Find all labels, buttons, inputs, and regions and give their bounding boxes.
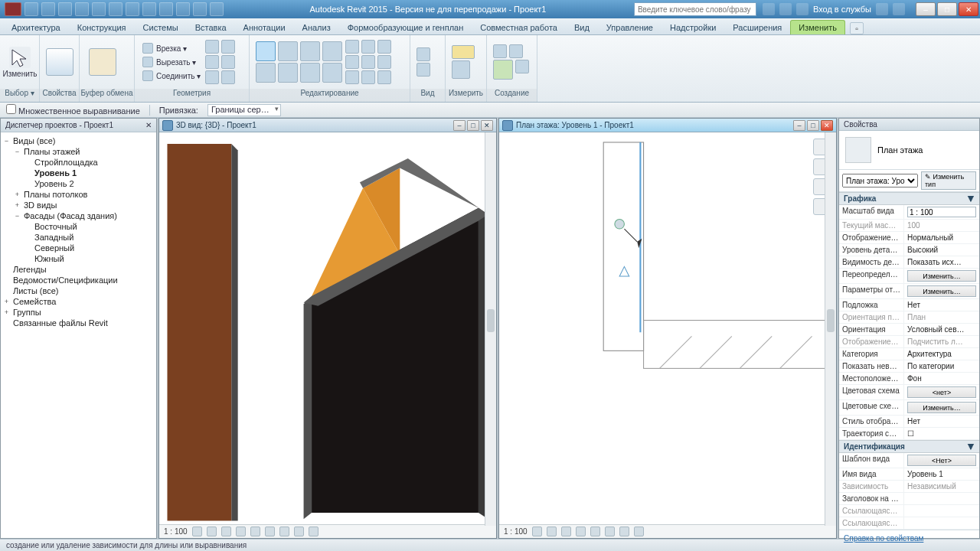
property-row[interactable]: Уровень детал…Высокий xyxy=(839,244,979,256)
tab-analyze[interactable]: Анализ xyxy=(294,20,339,34)
mirror-icon[interactable] xyxy=(300,41,320,61)
property-row[interactable]: Имя видаУровень 1 xyxy=(839,468,979,481)
pin-icon[interactable] xyxy=(345,55,359,69)
tree-item[interactable]: Северный xyxy=(2,243,155,253)
property-row[interactable]: Отображение …Нормальный xyxy=(839,232,979,244)
tab-modify[interactable]: Изменить xyxy=(790,20,845,34)
copy-icon[interactable] xyxy=(278,63,298,83)
create-icon-1[interactable] xyxy=(493,44,507,58)
qat-undo-icon[interactable] xyxy=(58,2,72,16)
qat-sync-icon[interactable] xyxy=(210,2,224,16)
tree-item[interactable]: Западный xyxy=(2,232,155,243)
tree-item[interactable]: −Фасады (Фасад здания) xyxy=(2,210,155,221)
property-row[interactable]: КатегорияАрхитектура xyxy=(839,348,979,360)
measure-icon-2[interactable] xyxy=(452,60,470,79)
help-icon[interactable] xyxy=(893,3,905,15)
cut-button[interactable]: Вырезать ▾ xyxy=(141,56,202,68)
exchange-icon[interactable] xyxy=(876,3,888,15)
geom-icon-1[interactable] xyxy=(205,40,219,54)
view-plan-vscroll[interactable] xyxy=(825,132,836,526)
align-icon[interactable] xyxy=(256,41,276,61)
qat-redo-icon[interactable] xyxy=(75,2,89,16)
tree-item[interactable]: Восточный xyxy=(2,221,155,232)
property-row[interactable]: Текущий масш…100 xyxy=(839,220,979,232)
tab-structure[interactable]: Конструкция xyxy=(69,20,135,34)
delete-icon[interactable] xyxy=(377,55,391,69)
qat-section-icon[interactable] xyxy=(176,2,190,16)
view-3d-canvas[interactable] xyxy=(159,132,496,524)
view-icon-2[interactable] xyxy=(416,63,430,77)
geom-icon-2[interactable] xyxy=(221,40,235,54)
type-selector[interactable]: План этажа: Уро xyxy=(842,174,918,187)
view-plan-canvas[interactable] xyxy=(499,132,836,524)
vs-icon[interactable] xyxy=(576,527,586,536)
vs-icon[interactable] xyxy=(605,527,615,536)
property-row[interactable]: Цветовая схема<нет> xyxy=(839,385,979,400)
offset-icon[interactable] xyxy=(278,41,298,61)
property-row[interactable]: Ссылающаяся… xyxy=(839,505,979,517)
qat-3d-icon[interactable] xyxy=(159,2,173,16)
property-row[interactable]: Траектория со…☐ xyxy=(839,428,979,440)
group-graphics[interactable]: Графика xyxy=(844,194,876,203)
qat-open-icon[interactable] xyxy=(24,2,38,16)
tab-systems[interactable]: Системы xyxy=(135,20,187,34)
ed-icon-1[interactable] xyxy=(345,70,359,84)
create-icon-3[interactable] xyxy=(493,60,513,80)
vs-icon[interactable] xyxy=(207,527,217,536)
cope-button[interactable]: Врезка ▾ xyxy=(141,42,202,54)
modify-button[interactable]: Изменить xyxy=(6,45,34,80)
tree-item[interactable]: −Планы этажей xyxy=(2,146,155,157)
unpin-icon[interactable] xyxy=(361,55,375,69)
tab-collaborate[interactable]: Совместная работа xyxy=(472,20,566,34)
qat-text-icon[interactable] xyxy=(142,2,156,16)
rotate-icon[interactable] xyxy=(300,63,320,83)
vs-icon[interactable] xyxy=(532,527,542,536)
tree-item[interactable]: Связанные файлы Revit xyxy=(2,318,155,328)
view-3d-vscroll[interactable] xyxy=(485,132,496,526)
join-button[interactable]: Соединить ▾ xyxy=(141,70,202,82)
vs-icon[interactable] xyxy=(250,527,260,536)
vs-icon[interactable] xyxy=(309,527,318,536)
privyazka-dropdown[interactable]: Границы сер… xyxy=(207,104,281,116)
paste-button[interactable] xyxy=(86,47,119,77)
tab-extensions[interactable]: Расширения xyxy=(724,20,790,34)
vs-icon[interactable] xyxy=(561,527,571,536)
geom-icon-5[interactable] xyxy=(205,70,219,84)
split-icon[interactable] xyxy=(345,40,359,54)
property-row[interactable]: Ориентация п…План xyxy=(839,311,979,324)
vs-icon[interactable] xyxy=(279,527,289,536)
user-icon[interactable] xyxy=(796,3,808,15)
create-icon-2[interactable] xyxy=(509,44,523,58)
tree-item[interactable]: Южный xyxy=(2,253,155,264)
close-button[interactable]: ✕ xyxy=(959,2,978,16)
property-row[interactable]: Отображение …Подчистить л… xyxy=(839,336,979,348)
properties-button[interactable] xyxy=(46,47,74,77)
qat-save-icon[interactable] xyxy=(41,2,55,16)
geom-icon-3[interactable] xyxy=(205,55,219,69)
view-3d-max[interactable]: □ xyxy=(467,120,479,131)
properties-help-link[interactable]: Справка по свойствам xyxy=(844,534,923,543)
vs-icon[interactable] xyxy=(619,527,629,536)
tab-architecture[interactable]: Архитектура xyxy=(3,20,69,34)
tree-item[interactable]: −Виды (все) xyxy=(2,135,155,146)
property-row[interactable]: Масштаб вида xyxy=(839,205,979,220)
tree-item[interactable]: +Семейства xyxy=(2,296,155,307)
scale-icon[interactable] xyxy=(377,40,391,54)
multi-align-checkbox[interactable]: Множественное выравнивание xyxy=(6,104,140,116)
vs-icon[interactable] xyxy=(294,527,304,536)
qat-thin-icon[interactable] xyxy=(193,2,207,16)
minimize-button[interactable]: – xyxy=(916,2,936,16)
qat-print-icon[interactable] xyxy=(92,2,106,16)
trim-icon[interactable] xyxy=(322,63,342,83)
tab-manage[interactable]: Управление xyxy=(598,20,662,34)
vs-icon[interactable] xyxy=(634,527,644,536)
signin-label[interactable]: Вход в службы xyxy=(813,5,871,14)
tab-addins[interactable]: Надстройки xyxy=(662,20,724,34)
property-row[interactable]: ОриентацияУсловный сев… xyxy=(839,324,979,336)
property-row[interactable]: Заголовок на л… xyxy=(839,493,979,505)
view-plan-scale[interactable]: 1 : 100 xyxy=(504,527,528,536)
tab-view[interactable]: Вид xyxy=(566,20,598,34)
view-3d-close[interactable]: ✕ xyxy=(481,120,493,131)
ed-icon-3[interactable] xyxy=(377,70,391,84)
move-icon[interactable] xyxy=(256,63,276,83)
